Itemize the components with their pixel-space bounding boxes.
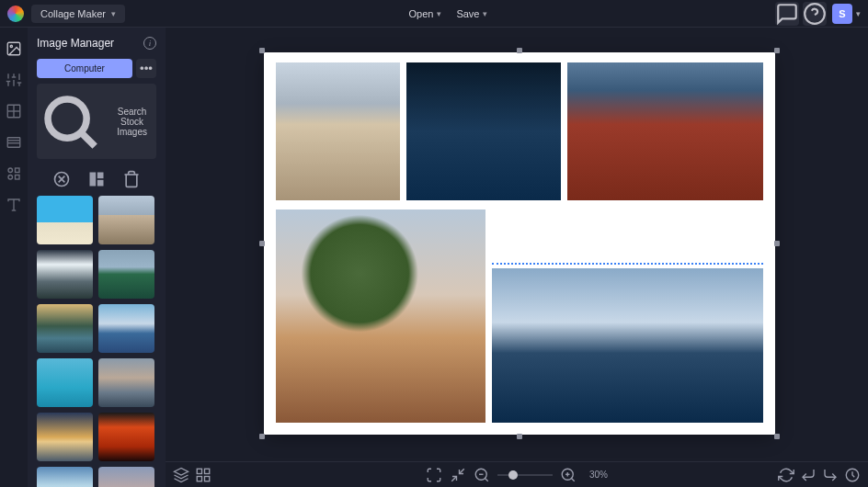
- chevron-down-icon: ▾: [111, 9, 116, 18]
- canvas-area: 30%: [166, 28, 868, 487]
- canvas-image-desert-tree[interactable]: [276, 210, 485, 423]
- more-sources-button[interactable]: •••: [136, 59, 156, 78]
- chevron-down-icon: ▾: [437, 9, 441, 18]
- help-icon[interactable]: [803, 2, 827, 26]
- delete-icon[interactable]: [122, 170, 141, 188]
- svg-line-40: [485, 478, 487, 481]
- svg-line-37: [459, 469, 463, 473]
- thumb-lake-mountains[interactable]: [98, 304, 154, 353]
- canvas-viewport[interactable]: [166, 28, 868, 461]
- svg-rect-29: [90, 173, 97, 187]
- svg-rect-36: [197, 476, 201, 481]
- resize-handle[interactable]: [774, 48, 780, 53]
- refresh-icon[interactable]: [778, 467, 794, 483]
- shapes-tool-icon[interactable]: [6, 165, 22, 182]
- undo-icon[interactable]: [800, 467, 817, 483]
- zoom-in-icon[interactable]: [560, 467, 577, 483]
- svg-marker-32: [175, 468, 188, 475]
- thumb-sunset-sea[interactable]: [37, 413, 93, 461]
- info-icon[interactable]: i: [143, 37, 156, 50]
- svg-point-18: [8, 168, 13, 173]
- feedback-icon[interactable]: [775, 2, 799, 26]
- svg-rect-30: [97, 173, 104, 179]
- bottom-bar: 30%: [166, 461, 868, 487]
- resize-handle[interactable]: [259, 48, 265, 53]
- resize-handle[interactable]: [774, 434, 780, 439]
- svg-rect-21: [16, 176, 20, 180]
- svg-rect-35: [205, 476, 210, 481]
- grid-icon[interactable]: [195, 467, 211, 483]
- save-button[interactable]: Save ▾: [449, 5, 495, 23]
- panel-title: Image Manager: [37, 37, 114, 50]
- thumb-snow-peaks[interactable]: [37, 467, 93, 487]
- thumb-beach-palm[interactable]: [37, 196, 93, 244]
- app-mode-label: Collage Maker: [40, 8, 106, 19]
- resize-handle[interactable]: [774, 241, 780, 246]
- thumb-city-domes[interactable]: [98, 196, 154, 244]
- zoom-out-icon[interactable]: [474, 467, 490, 483]
- redo-icon[interactable]: [822, 467, 839, 483]
- thumb-skyline-dusk[interactable]: [98, 467, 154, 487]
- history-icon[interactable]: [844, 467, 861, 483]
- image-tool-icon[interactable]: [6, 40, 22, 57]
- svg-line-43: [571, 478, 574, 481]
- fit-screen-icon[interactable]: [450, 467, 466, 483]
- chevron-down-icon: ▾: [483, 9, 487, 18]
- canvas-image-madrid-buildings[interactable]: [276, 62, 400, 200]
- auto-collage-icon[interactable]: [87, 170, 106, 188]
- zoom-percent[interactable]: 30%: [589, 470, 608, 480]
- svg-rect-31: [97, 180, 104, 187]
- layout-tool-icon[interactable]: [6, 103, 22, 119]
- search-stock-button[interactable]: Search Stock Images: [37, 84, 156, 159]
- svg-rect-34: [205, 469, 210, 473]
- zoom-slider[interactable]: [497, 474, 553, 476]
- resize-handle[interactable]: [259, 434, 265, 439]
- svg-line-38: [451, 476, 456, 481]
- svg-rect-33: [197, 469, 201, 473]
- thumb-waterfall[interactable]: [37, 250, 93, 299]
- thumb-valley-reflection[interactable]: [37, 304, 93, 353]
- layers-icon[interactable]: [173, 467, 189, 483]
- thumbnail-grid: [37, 196, 156, 487]
- image-manager-panel: Image Manager i Computer ••• Search Stoc…: [28, 28, 166, 487]
- canvas-image-yosemite-winter[interactable]: [492, 268, 763, 423]
- resize-handle[interactable]: [517, 48, 522, 53]
- chevron-down-icon[interactable]: ▾: [856, 9, 861, 18]
- svg-rect-19: [16, 168, 20, 173]
- svg-point-24: [48, 99, 86, 138]
- adjust-tool-icon[interactable]: [6, 72, 22, 88]
- thumb-overwater-huts[interactable]: [37, 358, 93, 407]
- app-mode-dropdown[interactable]: Collage Maker ▾: [31, 5, 125, 23]
- drop-target-indicator: [492, 263, 763, 265]
- open-button[interactable]: Open ▾: [401, 5, 449, 23]
- clear-all-icon[interactable]: [52, 170, 71, 188]
- canvas-image-night-skyline[interactable]: [406, 62, 561, 200]
- app-logo[interactable]: [7, 6, 24, 22]
- resize-handle[interactable]: [259, 241, 265, 246]
- upload-computer-button[interactable]: Computer: [37, 59, 132, 78]
- thumb-city-canal[interactable]: [98, 358, 154, 407]
- tool-rail: [0, 28, 28, 487]
- slider-thumb[interactable]: [508, 470, 518, 480]
- collage-canvas[interactable]: [267, 55, 772, 432]
- thumb-torii-gates[interactable]: [98, 413, 154, 461]
- background-tool-icon[interactable]: [6, 134, 22, 151]
- user-avatar[interactable]: S: [832, 4, 852, 24]
- resize-handle[interactable]: [517, 434, 522, 439]
- svg-point-20: [8, 176, 13, 180]
- svg-line-25: [83, 134, 95, 146]
- fullscreen-icon[interactable]: [426, 467, 442, 483]
- svg-rect-15: [7, 138, 20, 148]
- text-tool-icon[interactable]: [6, 197, 22, 213]
- thumb-mountain-green[interactable]: [98, 250, 154, 299]
- canvas-image-manhattan-bridge[interactable]: [567, 62, 763, 200]
- svg-point-2: [10, 45, 12, 47]
